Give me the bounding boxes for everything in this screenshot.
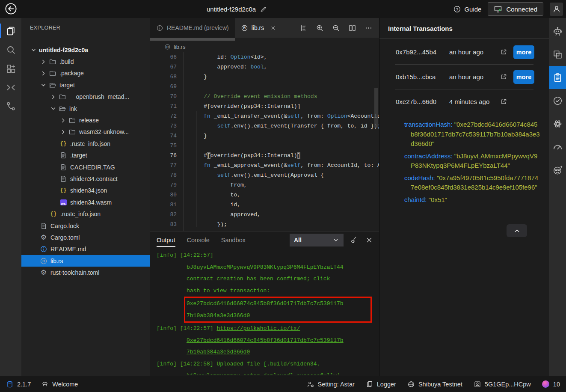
tree-item-cargo-toml[interactable]: ⚙Cargo.toml [21,232,150,243]
tree-item-rust-toolchain-toml[interactable]: ⚙rust-toolchain.toml [21,267,150,278]
edit-title-pencil-icon[interactable] [260,6,267,13]
activity-item-collapse[interactable] [0,78,21,97]
tree-item-wasm32-unknow-[interactable]: wasm32-unknow... [21,126,150,138]
chevron-right-icon[interactable] [50,93,57,101]
chevron-down-icon[interactable] [40,81,47,89]
right-activity-item-robot[interactable] [549,20,566,43]
transaction-row[interactable]: 0xe27b...66d04 minutes ago [379,89,549,114]
chevron-right-icon[interactable] [59,117,67,124]
tree-item--target[interactable]: .target [21,150,150,161]
chevron-right-icon[interactable] [40,58,47,65]
tree-item-release[interactable]: release [21,114,150,126]
code-line: 73 self.env().emit_event(Transfer { from… [150,121,379,131]
transaction-hash[interactable]: 0x7b92...45b4 [396,48,449,56]
log-link[interactable]: 7b10ab384a3e3d366d0 [187,349,250,355]
activity-item-search[interactable] [0,40,21,59]
chevron-down-icon[interactable] [50,105,57,112]
log-link[interactable]: https://polkaholic.io/tx/ [216,325,300,332]
close-icon[interactable] [270,25,276,31]
external-link-icon[interactable] [500,73,508,81]
code-line: 68 } [150,72,379,82]
code-text: self.env().emit_event(Approval { [184,170,324,180]
log-filter-dropdown[interactable]: All [290,234,344,246]
chevron-right-icon[interactable] [40,70,47,77]
status-item-shibuya-testnet[interactable]: Shibuya Testnet [407,380,462,388]
tab-lib-rs[interactable]: Rlib.rs [235,18,283,38]
chevron-down-icon[interactable] [30,46,37,53]
highlighted-tx-hash[interactable]: 0xe27bdcd6416d66074c845b8f36d01717db7c7c… [184,297,372,323]
tree-item-shiden34-contract[interactable]: shiden34.contract [21,173,150,184]
ellipsis-icon[interactable] [364,24,373,32]
avatar[interactable] [550,3,563,16]
log-line: bj8uyvlammxcmppy.astar.deployed] success… [157,370,379,374]
right-activity-item-badge-check[interactable] [549,89,566,112]
tree-item-lib-rs[interactable]: Rlib.rs [21,255,150,267]
external-link-icon[interactable] [500,98,508,106]
svg-text:R: R [166,45,169,49]
transactions-list: 0x7b92...45b4an hour agomore0xb15b...cbc… [379,39,549,114]
log-line[interactable]: 0xe27bdcd6416d66074c845b8f36d01717db7c7c… [157,335,379,347]
activity-item-source-control[interactable] [0,97,21,116]
right-activity-item-swanky[interactable] [549,158,566,181]
tree-item-cachedir-tag[interactable]: CACHEDIR.TAG [21,161,150,173]
more-button[interactable]: more [513,45,534,59]
tree-item-shiden34-json[interactable]: {}shiden34.json [21,185,150,196]
tree-item--rustc-info-json[interactable]: {}.rustc_info.json [21,208,150,220]
activity-item-files[interactable] [0,21,21,40]
external-link-icon[interactable] [500,48,508,56]
activity-item-extensions[interactable] [0,59,21,78]
tree-item-ink[interactable]: ink [21,103,150,114]
line-number: 75 [150,141,184,151]
clear-log-broom-icon[interactable] [350,236,359,244]
status-item-logger[interactable]: Logger [366,380,396,388]
tree-item--package[interactable]: .package [21,68,150,79]
right-activity-item-gauge[interactable] [549,135,566,158]
right-activity-item-openai[interactable] [549,112,566,135]
tree-item-untitled-f29d2c0a[interactable]: untitled-f29d2c0a [21,44,150,56]
transaction-hash[interactable]: 0xe27b...66d0 [396,98,449,105]
breadcrumb[interactable]: R lib.rs [150,41,379,52]
tree-item--openbrush-metad-[interactable]: __openbrush_metad... [21,91,150,103]
more-button[interactable]: more [513,70,534,84]
editor-scrollbar-thumb[interactable] [374,88,378,128]
right-activity-item-clipboard[interactable] [549,66,566,89]
right-activity-item-frames[interactable] [549,43,566,66]
log-link[interactable]: 0xe27bdcd6416d66074c845b8f36d01717db7c7c… [187,337,344,344]
split-editor-icon[interactable] [348,24,356,32]
transaction-row[interactable]: 0xb15b...cbcaan hour agomore [379,65,549,89]
tree-item-cargo-lock[interactable]: Cargo.lock [21,220,150,232]
output-tab-output[interactable]: Output [157,232,175,249]
chevron-right-icon[interactable] [59,128,67,136]
tab-scrollbar-thumb[interactable] [150,38,235,41]
connected-button[interactable]: Connected [488,2,543,16]
status-item-welcome[interactable]: Welcome [41,380,78,388]
tree-item-shiden34-wasm[interactable]: WAshiden34.wasm [21,196,150,208]
status-item-10[interactable]: 10 [542,380,560,388]
tree-item-readme-md[interactable]: README.md [21,244,150,255]
outline-icon[interactable] [299,24,308,32]
status-item-2-1-7[interactable]: 2.1.7 [6,380,31,388]
zoom-out-icon[interactable] [332,24,340,32]
code-editor[interactable]: 66 id: Option<Id>,67 approved: bool,68 }… [150,52,379,231]
back-button[interactable] [4,2,18,15]
line-number: 78 [150,170,184,180]
guide-button[interactable]: ? Guide [453,5,481,13]
status-item-5g1gep-hcpw[interactable]: 5G1GEp...HCpw [474,380,531,388]
zoom-in-icon[interactable] [316,24,324,32]
code-line: 66 id: Option<Id>, [150,52,379,62]
tree-item--rustc-info-json[interactable]: {}.rustc_info.json [21,138,150,149]
tree-item-target[interactable]: target [21,79,150,91]
transaction-hash[interactable]: 0xb15b...cbca [396,73,449,80]
output-tab-console[interactable]: Console [187,232,210,249]
tree-item--build[interactable]: .build [21,56,150,67]
extensions-icon [6,63,16,74]
close-panel-icon[interactable] [365,236,373,244]
rust-icon: R [40,257,47,265]
collapse-detail-button[interactable] [507,224,527,237]
transaction-row[interactable]: 0x7b92...45b4an hour agomore [379,40,549,64]
tab-readme-md-preview-[interactable]: README.md (preview) [150,18,235,38]
status-item-setting-astar[interactable]: Setting: Astar [307,380,355,388]
output-tab-sandbox[interactable]: Sandbox [221,232,246,249]
editor-tabs: README.md (preview)Rlib.rs [150,18,379,38]
log-line[interactable]: 7b10ab384a3e3d366d0 [157,346,379,358]
